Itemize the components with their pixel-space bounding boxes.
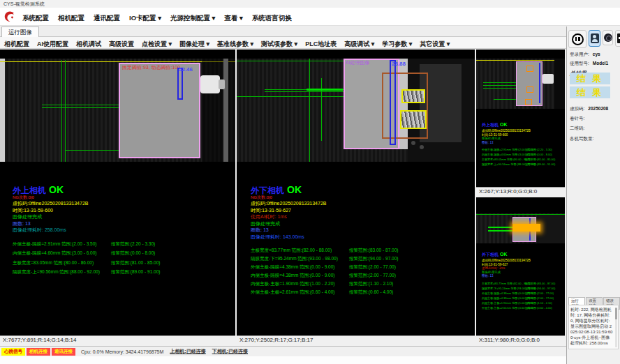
menu-item[interactable]: 查看 ▾ [224, 14, 242, 22]
dark-region [202, 59, 235, 162]
measurement-text: 内侧主极-隔膜=4.60mm 范围:(3.00 - 6.00) [13, 250, 96, 255]
menu-item[interactable]: 基准线参数 ▾ [217, 40, 253, 47]
alarm-range-text: 报警范围:(94.00 - 97.00) [525, 287, 555, 290]
baseline-yellow-line [476, 60, 565, 61]
menu-item[interactable]: 通讯配置 [94, 14, 120, 22]
menu-bar: 系统配置相机配置通讯配置IO卡配置 ▾光源控制配置 ▾查看 ▾系统语言切换 [0, 8, 620, 26]
menu-item[interactable]: 光源控制配置 ▾ [170, 14, 215, 22]
app-logo-icon [3, 10, 17, 24]
log-area[interactable]: 耗时: 222, 网络检测耗时: 17, 网络分类耗时: 0, 网络提取分区耗时… [568, 305, 619, 349]
menu-item[interactable]: 相机调试 [76, 40, 101, 47]
alarm-range-text: 报警范围:(2.00 - 77.00) [525, 296, 554, 300]
mini-result-text-block: 外下相机OK 虚拟码:0ffline2025020813313472B 时间:1… [482, 246, 562, 311]
camera-image-lower[interactable]: AI处理图像 23.88 [237, 59, 475, 162]
menu-item[interactable]: 学习参数 ▾ [382, 40, 412, 47]
turn-count: 圈数: 13 [251, 227, 471, 234]
cursor-status-bar: X:270;Y:2502;R:17;G:17;B:17 [237, 335, 475, 344]
alarm-range-text: 报警范围:(2.20 - 3.30) [111, 241, 155, 248]
menu-item[interactable]: 点检设置 ▾ [142, 40, 172, 47]
measurement-text: 外侧主极-隔膜=4.38mm 范围:(0.00 - 9.00) [251, 264, 334, 269]
needle-number-label: 卷针号: [570, 116, 584, 122]
bottom-strip [0, 356, 566, 364]
camera-lens-button[interactable] [603, 30, 613, 45]
virtual-code: 虚拟码:0ffline2025020813313472B [13, 200, 230, 207]
measurement-text: 隔膜宽度-下=95.24mm 范围:(93.00 - 98.00) [251, 256, 338, 261]
result-text-block: 外上相机OK NG次数:0|0 虚拟码:0ffline2025020813313… [13, 183, 230, 279]
menu-item[interactable]: 其它设置 ▾ [420, 40, 450, 47]
lens-icon [604, 33, 612, 42]
orange-marker-box [526, 86, 533, 93]
camera-panel-lower-outer: AI处理图像 23.88 外下相机OK NG次数:0|0 虚拟码:0ffline… [237, 50, 475, 344]
login-user-value: cys [593, 52, 600, 56]
log-text: 耗时: 222, 网络检测耗时: 17, 网络分类耗时: 0, 网络提取分区耗时… [570, 308, 612, 345]
cursor-status-bar: X:267;Y:13;R:0;G:0;B:0 [476, 187, 565, 196]
model-label: 使用型号: [570, 61, 589, 66]
connector-part [200, 75, 220, 93]
menu-item[interactable]: 高级调试 ▾ [344, 40, 374, 47]
log-scrollbar[interactable] [615, 307, 617, 347]
menu-item[interactable]: 测试项参数 ▾ [261, 40, 297, 47]
pause-button[interactable] [568, 30, 586, 48]
upper-camera-status: 上相机:已经连接 [170, 348, 205, 355]
result-box-1: 结 果 [570, 73, 610, 84]
green-thick-segment [307, 89, 343, 91]
exit-button[interactable] [615, 30, 620, 47]
write-count-label: 各机写数量: [570, 136, 593, 142]
camera-title-line: 外下相机OK [482, 246, 562, 259]
menu-item[interactable]: 图像处理 ▾ [179, 40, 209, 47]
measurement-row: 主极宽度=83.05mm 范围:(80.00 - 86.00)报警范围:(81.… [13, 260, 230, 270]
electrode-roi-rect [119, 63, 200, 158]
camera-image-upper[interactable]: 固定阈值:93, 动态阈值:100 52.46 [0, 59, 235, 162]
toolbar: 相机配置AI使用配置相机调试高级设置点检设置 ▾图像处理 ▾基准线参数 ▾测试项… [0, 37, 566, 49]
measurement-row: 外侧主极-主极=2.61mm 范围:(0.60 - 4.00)报警范围:(0.6… [251, 289, 471, 298]
green-horizontal-line [42, 105, 119, 105]
measurement-row: 外侧主极-主极=2.61mm 范围:(0.60 - 4.00)报警范围:(0.6… [482, 306, 562, 311]
window-title: CYS-视觉检测系统 [3, 1, 45, 6]
camera-title: 外上相机 [13, 185, 46, 195]
log-scrollbar-thumb[interactable] [615, 308, 617, 319]
user-login-button[interactable] [589, 30, 600, 47]
alarm-range-text: 报警范围:(81.00 - 85.00) [111, 260, 160, 266]
green-horizontal-line [42, 107, 119, 108]
model-value[interactable]: Model1 [593, 61, 608, 66]
mini-camera-image-lower[interactable] [476, 207, 565, 243]
menu-item[interactable]: 系统配置 [22, 14, 49, 22]
overexposed-highlight [512, 224, 540, 232]
user-icon [591, 33, 599, 43]
alarm-range-text: 报警范围:(83.00 - 87.00) [349, 248, 398, 254]
alarm-range-text: 报警范围:(0.00 - 8.00) [111, 250, 155, 257]
menu-item[interactable]: IO卡配置 ▾ [129, 14, 161, 22]
defect-highlight-box [401, 89, 425, 103]
bright-edge-strip [0, 59, 5, 162]
login-user-row: 登录用户:cys [570, 52, 600, 58]
qrcode-label: 二维码: [570, 126, 584, 132]
green-vertical-line [309, 59, 310, 162]
mini-camera-image-upper[interactable] [476, 59, 565, 109]
status-badge: 相机连接 [27, 348, 50, 356]
menu-item[interactable]: 相机配置 [4, 40, 29, 47]
cpu-memory-text: Cpu: 0.0% Memory: 3424.41796875M [81, 349, 163, 354]
menu-item[interactable]: AI使用配置 [37, 40, 68, 47]
menu-item[interactable]: 系统语言切换 [252, 14, 292, 22]
menu-item[interactable]: 相机配置 [58, 14, 84, 22]
menu-item[interactable]: 高级设置 [109, 40, 134, 47]
turn-count: 圈数: 13 [13, 220, 230, 227]
measurement-row: 外侧主极-隔膜=2.91mm 范围:(2.00 - 3.50)报警范围:(2.2… [482, 148, 562, 153]
measurement-text: 主极宽度=83.77mm 范围:(82.00 - 88.00) [251, 248, 332, 252]
result-box-2: 结 果 [570, 86, 610, 98]
dark-region [554, 59, 565, 109]
green-horizontal-line [494, 99, 516, 100]
measurement-text: 内侧主极-主极=1.90mm 范围:(1.00 - 2.20) [251, 281, 334, 286]
login-user-label: 登录用户: [570, 52, 589, 56]
measurement-row: 隔膜宽度-上=90.56mm 范围:(88.00 - 92.00)报警范围:(8… [13, 269, 230, 279]
camera-title-line: 外上相机OK [482, 116, 562, 129]
alarm-range-text: 报警范围:(2.00 - 77.00) [349, 264, 396, 271]
menu-item[interactable]: PLC地址表 [305, 40, 337, 47]
camera-title-line: 外上相机OK [13, 183, 230, 196]
measurement-row: 内侧主极-隔膜=4.38mm 范围:(0.00 - 9.00)报警范围:(2.0… [251, 273, 471, 281]
status-badges: 心跳信号相机连接通讯连接 [1, 348, 77, 356]
result-ok: OK [287, 184, 302, 195]
measurement-row: 内侧主极-隔膜=4.38mm 范围:(0.00 - 9.00)报警范围:(2.0… [482, 296, 562, 301]
measurement-row: 隔膜宽度-下=95.24mm 范围:(93.00 - 98.00)报警范围:(9… [482, 287, 562, 291]
status-badge: 心跳信号 [1, 348, 25, 356]
